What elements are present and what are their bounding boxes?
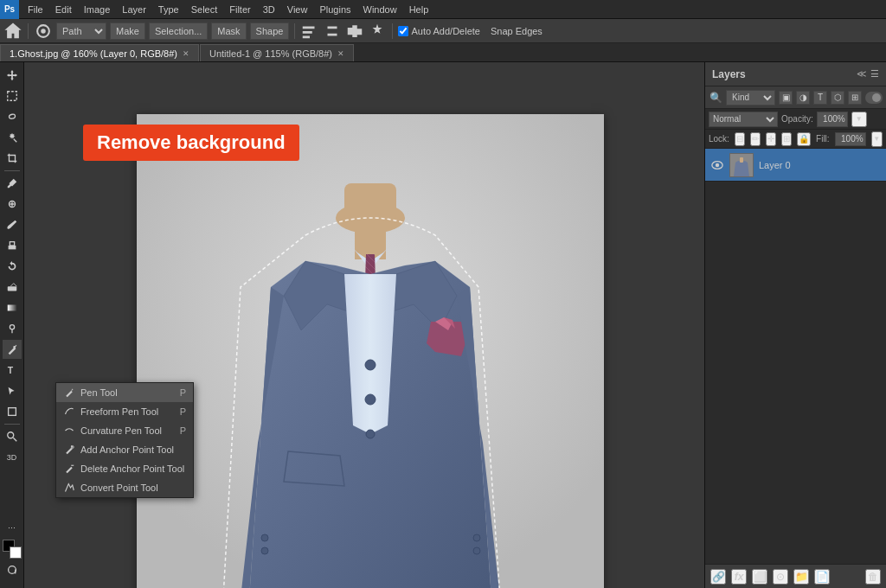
layer-new-btn[interactable]: 📄 [814,569,830,585]
filter-pixel-btn[interactable]: ▣ [779,91,793,105]
layer-delete-btn[interactable]: 🗑 [865,569,881,585]
menu-plugins[interactable]: Plugins [314,3,356,16]
layers-menu-btn[interactable]: ☰ [870,68,879,80]
tool-crop[interactable] [3,149,22,168]
arrange-button[interactable] [345,22,364,41]
pen-context-menu: Pen Tool P Freeform Pen Tool P Curvature… [55,382,194,498]
menu-filter[interactable]: Filter [224,3,255,16]
svg-point-39 [716,163,719,166]
filter-kind-select[interactable]: Kind [726,90,775,105]
mask-button[interactable]: Mask [211,22,246,40]
tab-untitled[interactable]: Untitled-1 @ 115% (RGB/8#) ✕ [200,44,354,61]
filter-shape-btn[interactable]: ⬡ [831,91,844,105]
tool-gradient[interactable] [3,298,22,317]
lock-transparent-btn[interactable]: ⊟ [735,132,745,146]
layer-group-btn[interactable]: 📁 [793,569,809,585]
auto-add-delete-label[interactable]: Auto Add/Delete [398,26,480,36]
tab-untitled-close[interactable]: ✕ [337,49,344,58]
freeform-pen-icon [63,406,75,418]
blend-mode-select[interactable]: Normal [709,112,778,127]
layer-mask-btn[interactable]: ⬜ [752,569,767,585]
tool-extras[interactable]: ⋯ [3,519,22,538]
tool-move[interactable] [3,66,22,85]
tab-ghost[interactable]: 1.Ghost.jpg @ 160% (Layer 0, RGB/8#) ✕ [0,44,199,61]
menu-edit[interactable]: Edit [50,3,77,16]
make-button[interactable]: Make [110,22,145,40]
fill-arrow-btn[interactable]: ▼ [871,131,883,147]
filter-adjustment-btn[interactable]: ◑ [796,91,810,105]
tool-eraser[interactable] [3,278,22,297]
menu-window[interactable]: Window [358,3,402,16]
pen-menu-item-pen-tool[interactable]: Pen Tool P [56,383,193,402]
layer-visibility-icon[interactable] [710,158,724,172]
lock-image-btn[interactable]: ✏ [750,132,761,146]
tool-lasso[interactable] [3,107,22,126]
tool-dodge[interactable] [3,319,22,338]
filter-toggle[interactable] [865,92,883,104]
tool-shape[interactable] [3,402,22,421]
tool-quick-mask[interactable] [3,560,22,579]
menu-image[interactable]: Image [79,3,116,16]
canvas-area[interactable]: Remove background [24,62,704,588]
menu-view[interactable]: View [282,3,313,16]
settings-button[interactable] [368,22,387,41]
tool-path-select[interactable] [3,381,22,400]
tool-brush[interactable] [3,215,22,234]
tab-ghost-close[interactable]: ✕ [183,49,189,58]
pen-menu-item-add-anchor[interactable]: Add Anchor Point Tool [56,440,193,459]
svg-rect-4 [303,35,310,38]
pen-menu-item-delete-anchor[interactable]: Delete Anchor Point Tool [56,459,193,478]
menu-type[interactable]: Type [153,3,184,16]
opacity-input[interactable] [817,112,848,127]
pen-menu-item-curvature[interactable]: Curvature Pen Tool P [56,421,193,440]
menu-3d[interactable]: 3D [258,3,280,16]
tool-pen[interactable] [3,340,22,359]
menu-select[interactable]: Select [186,3,223,16]
menu-help[interactable]: Help [404,3,434,16]
tool-zoom[interactable] [3,427,22,446]
auto-add-delete-checkbox[interactable] [398,26,408,36]
svg-rect-41 [740,157,743,163]
snap-edges-label: Snap Edges [491,26,543,36]
distribute-button[interactable] [323,22,342,41]
tool-type[interactable]: T [3,361,22,380]
layer-link-btn[interactable]: 🔗 [710,569,726,585]
menu-layer[interactable]: Layer [117,3,151,16]
opacity-arrow-btn[interactable]: ▼ [851,112,867,127]
selection-button[interactable]: Selection... [149,22,208,40]
curvature-pen-icon [63,425,75,437]
pen-menu-item-freeform[interactable]: Freeform Pen Tool P [56,402,193,421]
svg-point-36 [473,547,480,554]
tool-magic-wand[interactable] [3,128,22,147]
brush-settings-button[interactable] [34,22,53,41]
tool-spot-healing[interactable] [3,195,22,214]
align-left-button[interactable] [300,22,319,41]
shape-button[interactable]: Shape [250,22,290,40]
layer-item-0[interactable]: Layer 0 [705,149,886,182]
layer-adjustment-btn[interactable]: ⊙ [773,569,788,585]
filter-type-btn[interactable]: T [813,91,827,105]
tool-eyedropper[interactable] [3,174,22,193]
filter-smart-btn[interactable]: ⊞ [848,91,862,105]
tool-history-brush[interactable] [3,257,22,276]
tool-stamp[interactable] [3,236,22,255]
svg-rect-5 [7,92,16,101]
home-button[interactable] [3,22,22,41]
pen-menu-item-convert-point[interactable]: Convert Point Tool [56,478,193,497]
tool-marquee[interactable] [3,86,22,105]
lock-position-btn[interactable]: ✛ [766,132,776,146]
path-type-select[interactable]: Path Shape Pixels [56,22,106,40]
lock-artboard-btn[interactable]: ⊞ [781,132,792,146]
suit-image [137,114,604,588]
lock-all-btn[interactable]: 🔒 [797,132,811,146]
delete-anchor-icon [63,463,75,475]
add-anchor-icon [63,444,75,456]
pen-tool-shortcut: P [180,387,186,398]
fill-input[interactable] [835,132,866,146]
layers-collapse-btn[interactable]: ≪ [857,68,867,80]
tool-3d[interactable]: 3D [3,448,22,467]
document-canvas [137,114,604,588]
layer-fx-btn[interactable]: fx [731,569,747,585]
menu-file[interactable]: File [22,3,48,16]
tool-color-swatch[interactable] [3,540,22,559]
